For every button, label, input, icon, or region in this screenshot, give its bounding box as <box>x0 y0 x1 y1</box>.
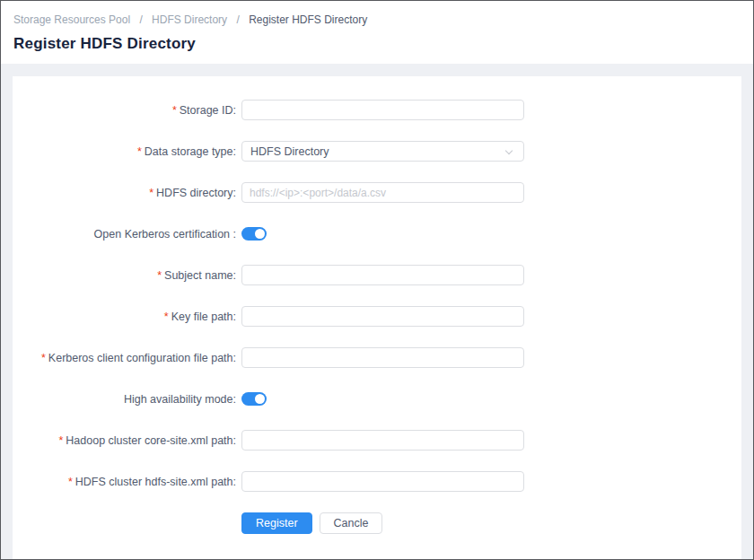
form-row-data-storage-type: *Data storage type: HDFS Directory <box>13 141 741 162</box>
key-file-path-input[interactable] <box>241 306 524 327</box>
breadcrumb-separator: / <box>236 13 239 26</box>
register-hdfs-directory-page: Storage Resources Pool / HDFS Directory … <box>0 0 754 560</box>
required-asterisk: * <box>137 145 142 158</box>
field-label-text: Kerberos client configuration file path: <box>48 352 236 364</box>
required-asterisk: * <box>149 187 153 199</box>
field-label-text: High availability mode: <box>124 393 236 406</box>
field-label: *Subject name: <box>13 269 241 282</box>
field-label: *HDFS cluster hdfs-site.xml path: <box>13 476 241 488</box>
field-label: *Hadoop cluster core-site.xml path: <box>13 434 241 447</box>
storage-id-input[interactable] <box>241 100 524 120</box>
chevron-down-icon <box>505 147 513 154</box>
data-storage-type-select[interactable]: HDFS Directory <box>241 141 524 162</box>
required-asterisk: * <box>172 104 177 117</box>
open-kerberos-switch[interactable] <box>241 227 267 241</box>
breadcrumb-item-hdfs-directory[interactable]: HDFS Directory <box>152 13 227 26</box>
subject-name-input[interactable] <box>241 265 524 285</box>
page-header: Storage Resources Pool / HDFS Directory … <box>1 1 753 64</box>
required-asterisk: * <box>157 269 162 282</box>
field-label-text: Subject name: <box>164 269 236 282</box>
form-row-core-site-path: *Hadoop cluster core-site.xml path: <box>13 430 741 451</box>
register-button[interactable]: Register <box>241 512 312 534</box>
breadcrumb-item-current: Register HDFS Directory <box>249 13 367 26</box>
kerberos-client-config-input[interactable] <box>241 347 524 368</box>
field-label: Open Kerberos certification : <box>13 228 241 241</box>
high-availability-switch[interactable] <box>241 392 267 406</box>
field-label: *Kerberos client configuration file path… <box>13 352 241 364</box>
form-card: *Storage ID: *Data storage type: HDFS Di… <box>13 76 741 559</box>
breadcrumb-item-storage-resources-pool[interactable]: Storage Resources Pool <box>13 13 130 26</box>
field-label: *HDFS directory: <box>13 187 241 199</box>
form-row-subject-name: *Subject name: <box>13 265 741 285</box>
content-area: *Storage ID: *Data storage type: HDFS Di… <box>1 64 753 559</box>
form-row-key-file-path: *Key file path: <box>13 306 741 327</box>
field-label-text: Open Kerberos certification : <box>94 228 236 241</box>
field-label: High availability mode: <box>13 393 241 406</box>
form-row-storage-id: *Storage ID: <box>13 100 741 120</box>
form-row-hdfs-directory: *HDFS directory: <box>13 182 741 203</box>
hdfs-site-xml-path-input[interactable] <box>241 471 524 492</box>
field-label-text: HDFS directory: <box>156 187 236 199</box>
switch-knob <box>255 394 265 404</box>
required-asterisk: * <box>41 352 46 364</box>
field-label: *Storage ID: <box>13 104 241 117</box>
hdfs-directory-input[interactable] <box>241 182 524 203</box>
select-selected-value: HDFS Directory <box>250 145 329 158</box>
form-row-high-availability: High availability mode: <box>13 389 741 409</box>
field-label-text: Hadoop cluster core-site.xml path: <box>66 434 236 447</box>
form-row-hdfs-site-path: *HDFS cluster hdfs-site.xml path: <box>13 471 741 492</box>
cancel-button[interactable]: Cancle <box>320 512 383 534</box>
form-row-kerberos-client-config: *Kerberos client configuration file path… <box>13 347 741 368</box>
required-asterisk: * <box>164 311 169 323</box>
field-label-text: Key file path: <box>171 311 236 323</box>
breadcrumb: Storage Resources Pool / HDFS Directory … <box>13 13 741 26</box>
required-asterisk: * <box>68 476 73 488</box>
field-label: *Data storage type: <box>13 145 241 158</box>
form-row-open-kerberos: Open Kerberos certification : <box>13 223 741 244</box>
required-asterisk: * <box>58 434 63 447</box>
breadcrumb-separator: / <box>139 13 142 26</box>
page-title: Register HDFS Directory <box>13 35 741 53</box>
field-label-text: Storage ID: <box>180 104 236 117</box>
form-actions: Register Cancle <box>241 512 741 534</box>
field-label-text: HDFS cluster hdfs-site.xml path: <box>75 476 236 488</box>
switch-knob <box>255 229 265 239</box>
field-label: *Key file path: <box>13 311 241 323</box>
core-site-xml-path-input[interactable] <box>241 430 524 451</box>
field-label-text: Data storage type: <box>145 145 236 158</box>
